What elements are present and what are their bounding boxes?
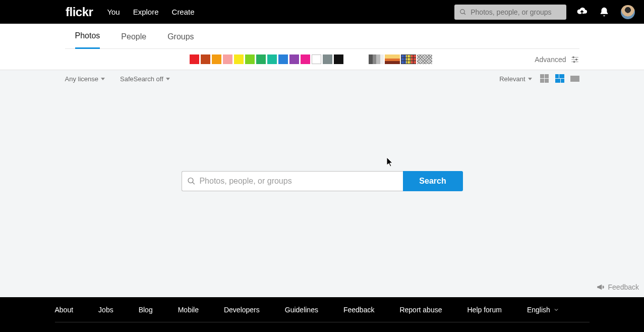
nav-links: You Explore Create [107,8,194,16]
feedback-label: Feedback [608,283,639,291]
footer-developers[interactable]: Developers [224,306,260,314]
chevron-down-icon [166,78,170,80]
nav-explore[interactable]: Explore [133,8,159,16]
color-swatch-10[interactable] [301,54,310,64]
search-tabs: Photos People Groups [65,24,579,49]
main-search-input-wrap[interactable] [182,171,403,191]
main-search-input[interactable] [199,177,397,186]
svg-line-1 [464,13,465,14]
top-search[interactable] [454,5,566,20]
color-swatch-2[interactable] [212,54,221,64]
chevron-down-icon [101,78,105,80]
feedback-button[interactable]: Feedback [596,283,639,292]
color-swatch-8[interactable] [278,54,288,64]
footer-about[interactable]: About [55,306,74,314]
footer-blog[interactable]: Blog [139,306,153,314]
nav-you[interactable]: You [107,8,120,16]
bell-icon[interactable] [599,7,610,18]
color-swatch-3[interactable] [223,54,232,64]
tab-people[interactable]: People [121,32,146,48]
search-icon [459,8,466,16]
main-empty-search: Search [0,88,644,191]
footer-help[interactable]: Help forum [467,306,501,314]
megaphone-icon [596,283,605,292]
chevron-down-icon [553,307,559,313]
color-swatch-12[interactable] [323,54,332,64]
color-swatch-4[interactable] [234,54,244,64]
footer-language-label: English [527,306,550,314]
style-chips [369,54,432,64]
tab-groups[interactable]: Groups [167,32,194,48]
search-icon [187,177,196,186]
style-shallow-dof[interactable] [385,54,400,64]
color-swatch-0[interactable] [190,54,199,64]
license-dropdown[interactable]: Any license [65,75,105,83]
advanced-label: Advanced [535,56,566,64]
svg-point-6 [575,59,577,60]
footer: About Jobs Blog Mobile Developers Guidel… [0,297,644,332]
style-bw[interactable] [369,54,384,64]
search-button[interactable]: Search [403,171,463,191]
style-minimal[interactable] [417,54,432,64]
svg-point-5 [572,57,574,58]
advanced-link[interactable]: Advanced [535,55,579,64]
footer-mobile[interactable]: Mobile [178,306,199,314]
sort-label: Relevant [499,75,525,83]
footer-jobs[interactable]: Jobs [98,306,113,314]
top-icons [576,5,635,19]
view-story[interactable] [570,74,579,83]
upload-icon[interactable] [576,7,588,18]
footer-feedback[interactable]: Feedback [343,306,374,314]
color-swatch-1[interactable] [201,54,210,64]
svg-point-8 [188,178,193,183]
color-swatch-13[interactable] [334,54,343,64]
filter-bar: Any license SafeSearch off Relevant [0,70,644,88]
svg-line-9 [192,182,194,184]
avatar[interactable] [621,5,635,19]
safesearch-label: SafeSearch off [120,75,163,83]
color-filter-row: Advanced [65,49,579,70]
safesearch-dropdown[interactable]: SafeSearch off [120,75,170,83]
tab-photos[interactable]: Photos [75,31,100,49]
chevron-down-icon [528,78,532,80]
top-nav: flickr You Explore Create [0,0,644,24]
footer-report[interactable]: Report abuse [399,306,442,314]
license-label: Any license [65,75,98,83]
svg-point-7 [573,61,575,63]
svg-point-0 [460,9,464,13]
flickr-logo[interactable]: flickr [66,5,93,19]
sliders-icon [570,55,579,64]
sort-dropdown[interactable]: Relevant [499,75,532,83]
color-swatch-5[interactable] [245,54,255,64]
color-swatch-7[interactable] [267,54,277,64]
color-swatch-11[interactable] [312,54,321,64]
color-swatch-6[interactable] [256,54,266,64]
subnav: Photos People Groups Advanced [0,24,644,70]
color-swatch-9[interactable] [289,54,299,64]
footer-language[interactable]: English [527,306,559,314]
top-search-input[interactable] [471,8,561,16]
color-swatches [190,54,343,64]
main-search-box: Search [182,171,463,191]
view-grid[interactable] [540,74,549,83]
nav-create[interactable]: Create [172,8,195,16]
style-pattern[interactable] [401,54,416,64]
view-justified[interactable] [555,74,564,83]
view-toggles [540,74,579,83]
footer-guidelines[interactable]: Guidelines [285,306,318,314]
